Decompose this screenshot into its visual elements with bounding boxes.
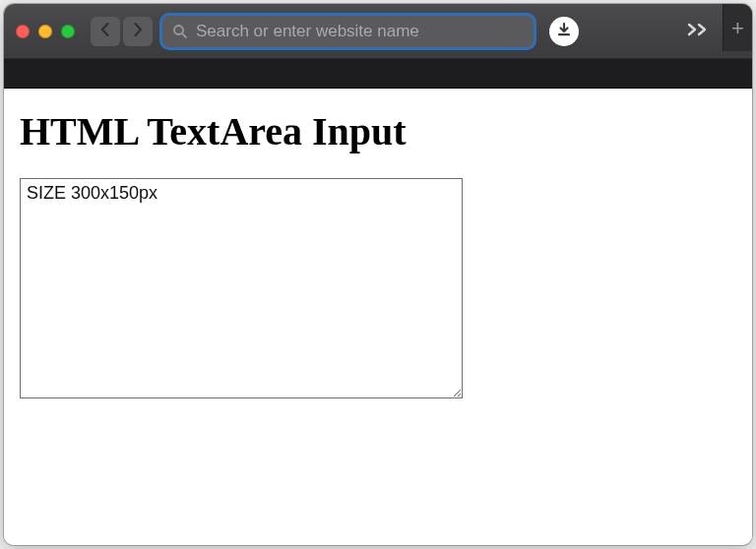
svg-line-1	[182, 33, 186, 37]
search-icon	[172, 24, 188, 39]
address-bar[interactable]: Search or enter website name	[162, 16, 534, 47]
address-placeholder: Search or enter website name	[196, 22, 524, 41]
browser-window: Search or enter website name + HTML Text…	[4, 4, 752, 545]
page-content: HTML TextArea Input	[4, 89, 752, 545]
forward-button[interactable]	[123, 17, 153, 46]
titlebar: Search or enter website name +	[4, 4, 752, 59]
demo-textarea[interactable]	[20, 178, 463, 398]
fullscreen-window-button[interactable]	[61, 25, 75, 38]
window-controls	[16, 25, 75, 38]
toolbar-overflow-button[interactable]	[687, 21, 709, 42]
downloads-button[interactable]	[549, 17, 579, 46]
minimize-window-button[interactable]	[38, 25, 52, 38]
new-tab-button[interactable]: +	[723, 4, 752, 51]
download-icon	[556, 22, 572, 41]
back-button[interactable]	[91, 17, 120, 46]
chevron-double-right-icon	[687, 21, 709, 42]
chevron-right-icon	[132, 23, 144, 40]
plus-icon: +	[731, 16, 744, 41]
chevron-left-icon	[99, 23, 111, 40]
tab-strip	[4, 59, 752, 89]
page-title: HTML TextArea Input	[20, 108, 736, 154]
close-window-button[interactable]	[16, 25, 30, 38]
nav-buttons	[91, 17, 153, 46]
